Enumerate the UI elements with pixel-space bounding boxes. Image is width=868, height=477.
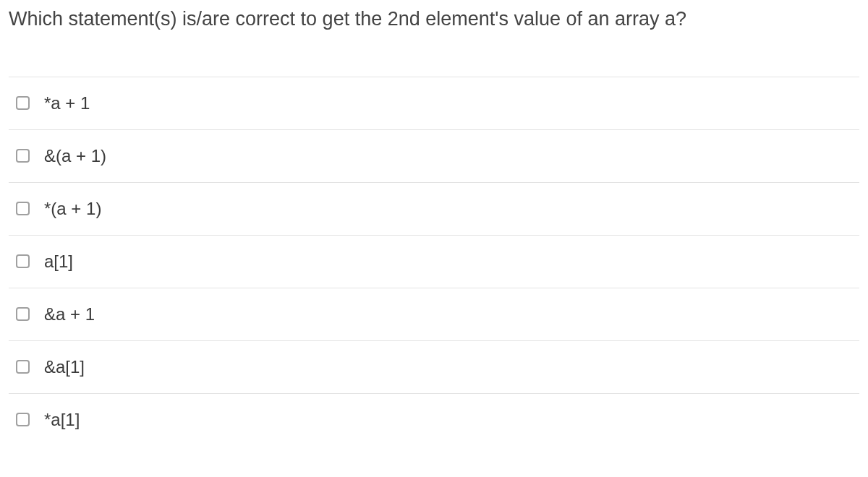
option-label: &a + 1 [44, 304, 95, 325]
option-row[interactable]: &(a + 1) [9, 129, 859, 182]
option-row[interactable]: &a[1] [9, 340, 859, 393]
options-list: *a + 1 &(a + 1) *(a + 1) a[1] &a + 1 &a[… [9, 77, 859, 446]
option-checkbox-4[interactable] [16, 307, 30, 321]
question-prompt: Which statement(s) is/are correct to get… [9, 6, 859, 33]
option-checkbox-5[interactable] [16, 360, 30, 374]
option-checkbox-1[interactable] [16, 149, 30, 163]
option-label: &(a + 1) [44, 146, 106, 166]
option-checkbox-3[interactable] [16, 254, 30, 268]
option-row[interactable]: a[1] [9, 235, 859, 288]
option-row[interactable]: *(a + 1) [9, 182, 859, 235]
option-label: &a[1] [44, 357, 85, 377]
option-row[interactable]: &a + 1 [9, 288, 859, 340]
option-checkbox-0[interactable] [16, 96, 30, 110]
option-checkbox-6[interactable] [16, 413, 30, 426]
option-label: *a + 1 [44, 93, 90, 113]
option-label: *(a + 1) [44, 199, 101, 219]
option-checkbox-2[interactable] [16, 202, 30, 215]
question-container: Which statement(s) is/are correct to get… [0, 0, 868, 446]
option-row[interactable]: *a + 1 [9, 77, 859, 129]
option-label: a[1] [44, 252, 73, 272]
option-row[interactable]: *a[1] [9, 393, 859, 446]
option-label: *a[1] [44, 410, 80, 430]
